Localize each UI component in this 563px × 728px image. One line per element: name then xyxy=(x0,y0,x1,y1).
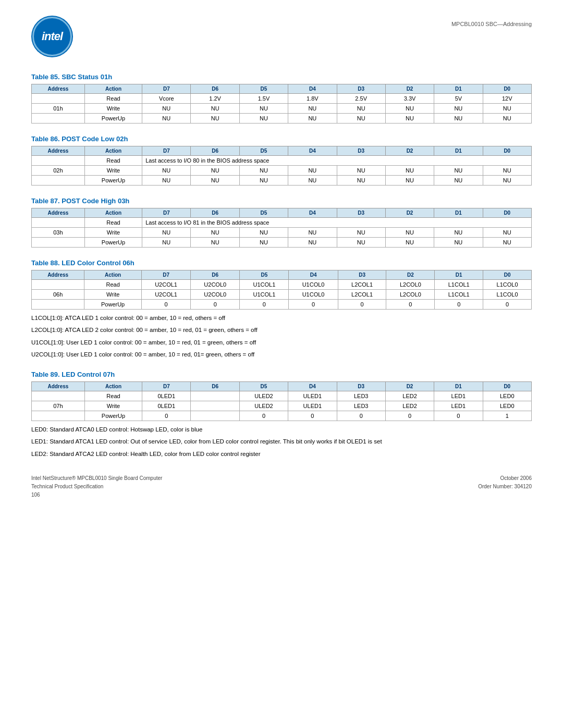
col-d6: D6 xyxy=(191,84,239,94)
col-d4: D4 xyxy=(288,208,337,218)
col-d4: D4 xyxy=(289,270,338,280)
col-address: Address xyxy=(32,84,85,94)
doc-reference: MPCBL0010 SBC—Addressing xyxy=(451,16,532,27)
col-d6: D6 xyxy=(191,382,239,391)
table86: Address Action D7 D6 D5 D4 D3 D2 D1 D0 R… xyxy=(31,146,532,186)
note88-1: L2COL[1:0]: ATCA LED 2 color control: 00… xyxy=(31,326,532,335)
table-row: PowerUp 0 0 0 0 0 0 1 xyxy=(32,411,532,421)
footer-line1: Intel NetStructure® MPCBL0010 Single Boa… xyxy=(31,474,162,483)
col-address: Address xyxy=(32,270,84,280)
table-row: Read 0LED1 ULED2 ULED1 LED3 LED2 LED1 LE… xyxy=(32,391,532,401)
col-d6: D6 xyxy=(191,146,239,156)
col-d0: D0 xyxy=(483,146,531,156)
table-row: Read Last access to I/O 81 in the BIOS a… xyxy=(32,218,532,228)
table-row: 06h Write U2COL1 U2COL0 U1COL1 U1COL0 L2… xyxy=(32,290,532,300)
col-d5: D5 xyxy=(240,270,289,280)
table-row: 02h Write NU NU NU NU NU NU NU NU xyxy=(32,166,532,176)
col-d3: D3 xyxy=(337,84,385,94)
col-d1: D1 xyxy=(434,146,483,156)
col-d7: D7 xyxy=(142,208,191,218)
col-d1: D1 xyxy=(434,208,483,218)
col-d7: D7 xyxy=(142,84,191,94)
col-d5: D5 xyxy=(239,208,288,218)
col-d6: D6 xyxy=(191,208,239,218)
col-address: Address xyxy=(32,208,85,218)
col-d5: D5 xyxy=(239,382,288,391)
note89-2: LED2: Standard ATCA2 LED control: Health… xyxy=(31,450,532,459)
col-d4: D4 xyxy=(288,382,337,391)
col-d3: D3 xyxy=(338,270,386,280)
table-row: PowerUp 0 0 0 0 0 0 0 0 xyxy=(32,300,532,310)
col-action: Action xyxy=(84,270,142,280)
col-d6: D6 xyxy=(191,270,240,280)
footer-order-number: Order Number: 304120 xyxy=(478,483,532,491)
footer-line2: Technical Product Specification xyxy=(31,483,162,491)
section-table87: Table 87. POST Code High 03h Address Act… xyxy=(31,197,532,248)
table-row: PowerUp NU NU NU NU NU NU NU NU xyxy=(32,114,532,124)
table89-caption: Table 89. LED Control 07h xyxy=(31,371,532,378)
section-table88: Table 88. LED Color Control 06h Address … xyxy=(31,259,532,359)
col-d5: D5 xyxy=(239,84,288,94)
footer-page-number: 106 xyxy=(31,491,162,499)
col-d2: D2 xyxy=(386,270,435,280)
table-row: PowerUp NU NU NU NU NU NU NU NU xyxy=(32,176,532,186)
col-d3: D3 xyxy=(337,146,385,156)
col-d0: D0 xyxy=(483,382,531,391)
col-d7: D7 xyxy=(142,146,191,156)
col-d3: D3 xyxy=(337,382,385,391)
col-d0: D0 xyxy=(483,208,531,218)
col-d0: D0 xyxy=(483,84,531,94)
page-footer: Intel NetStructure® MPCBL0010 Single Boa… xyxy=(31,474,532,499)
table-row: 03h Write NU NU NU NU NU NU NU NU xyxy=(32,228,532,238)
col-d5: D5 xyxy=(239,146,288,156)
col-action: Action xyxy=(84,84,142,94)
table-row: PowerUp NU NU NU NU NU NU NU NU xyxy=(32,238,532,248)
col-address: Address xyxy=(32,146,85,156)
col-address: Address xyxy=(32,382,85,391)
section-table85: Table 85. SBC Status 01h Address Action … xyxy=(31,73,532,124)
table87-caption: Table 87. POST Code High 03h xyxy=(31,197,532,205)
col-d2: D2 xyxy=(385,84,434,94)
table86-caption: Table 86. POST Code Low 02h xyxy=(31,135,532,143)
note88-2: U1COL[1:0]: User LED 1 color control: 00… xyxy=(31,338,532,347)
col-action: Action xyxy=(84,382,142,391)
page-header: intel MPCBL0010 SBC—Addressing xyxy=(31,16,532,57)
footer-right: October 2006 Order Number: 304120 xyxy=(478,474,532,499)
col-d4: D4 xyxy=(288,84,337,94)
col-d2: D2 xyxy=(385,208,434,218)
table89: Address Action D7 D6 D5 D4 D3 D2 D1 D0 R… xyxy=(31,381,532,421)
col-d4: D4 xyxy=(288,146,337,156)
col-d7: D7 xyxy=(142,382,191,391)
col-d1: D1 xyxy=(434,84,483,94)
col-d7: D7 xyxy=(141,270,190,280)
doc-ref-text: MPCBL0010 SBC—Addressing xyxy=(451,21,532,27)
col-d0: D0 xyxy=(483,270,532,280)
table-row: Read Vcore 1.2V 1.5V 1.8V 2.5V 3.3V 5V 1… xyxy=(32,94,532,104)
col-d2: D2 xyxy=(385,146,434,156)
table-row: 01h Write NU NU NU NU NU NU NU NU xyxy=(32,104,532,114)
note89-0: LED0: Standard ATCA0 LED control: Hotswa… xyxy=(31,425,532,434)
table-row: Read U2COL1 U2COL0 U1COL1 U1COL0 L2COL1 … xyxy=(32,280,532,290)
col-d1: D1 xyxy=(434,382,483,391)
table-row: 07h Write 0LED1 ULED2 ULED1 LED3 LED2 LE… xyxy=(32,401,532,411)
table85-caption: Table 85. SBC Status 01h xyxy=(31,73,532,81)
col-d2: D2 xyxy=(385,382,434,391)
section-table89: Table 89. LED Control 07h Address Action… xyxy=(31,371,532,459)
col-d1: D1 xyxy=(435,270,483,280)
col-d3: D3 xyxy=(337,208,385,218)
col-action: Action xyxy=(84,208,142,218)
note88-3: U2COL[1:0]: User LED 1 color control: 00… xyxy=(31,350,532,359)
section-table86: Table 86. POST Code Low 02h Address Acti… xyxy=(31,135,532,186)
footer-left: Intel NetStructure® MPCBL0010 Single Boa… xyxy=(31,474,162,499)
note89-1: LED1: Standard ATCA1 LED control: Out of… xyxy=(31,437,532,446)
table88: Address Action D7 D6 D5 D4 D3 D2 D1 D0 R… xyxy=(31,270,532,310)
note88-0: L1COL[1:0]: ATCA LED 1 color control: 00… xyxy=(31,314,532,323)
footer-date: October 2006 xyxy=(478,474,532,483)
table87: Address Action D7 D6 D5 D4 D3 D2 D1 D0 R… xyxy=(31,208,532,248)
table85: Address Action D7 D6 D5 D4 D3 D2 D1 D0 R… xyxy=(31,84,532,124)
col-action: Action xyxy=(84,146,142,156)
intel-logo: intel xyxy=(31,16,73,57)
table88-caption: Table 88. LED Color Control 06h xyxy=(31,259,532,267)
table-row: Read Last access to I/O 80 in the BIOS a… xyxy=(32,156,532,166)
